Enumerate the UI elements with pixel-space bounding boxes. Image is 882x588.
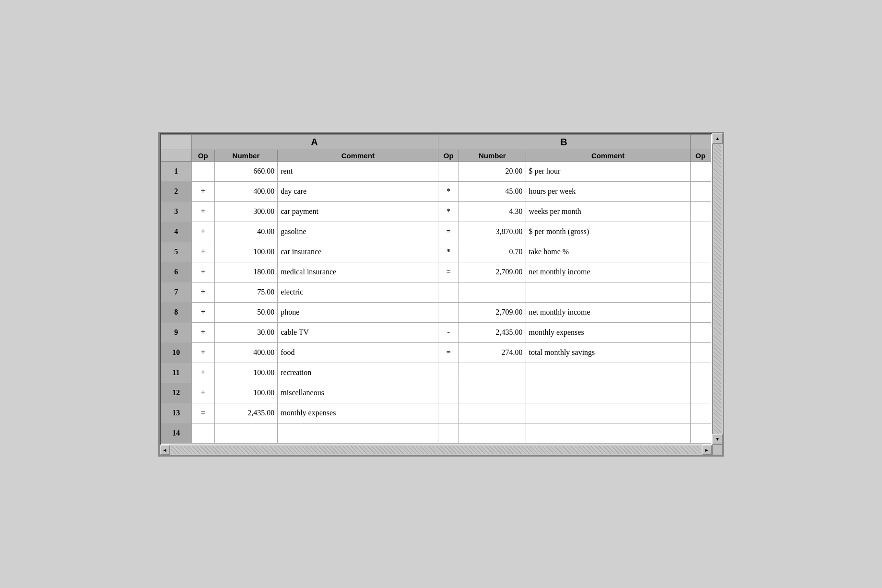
a-op-cell[interactable]: + [191, 363, 214, 383]
b-comment-cell[interactable]: $ per hour [526, 161, 690, 181]
a-comment-cell[interactable]: phone [278, 302, 438, 322]
table-row[interactable]: 7 + 75.00 electric [161, 282, 711, 302]
b-comment-cell[interactable]: hours per week [526, 181, 690, 201]
extra-op-cell[interactable] [690, 423, 711, 443]
b-number-cell[interactable] [459, 383, 526, 403]
a-number-cell[interactable] [214, 423, 278, 443]
extra-op-cell[interactable] [690, 201, 711, 222]
a-op-cell[interactable]: = [191, 403, 214, 423]
table-row[interactable]: 5 + 100.00 car insurance * 0.70 take hom… [161, 242, 711, 262]
a-number-cell[interactable]: 100.00 [214, 242, 278, 262]
a-number-cell[interactable]: 2,435.00 [214, 403, 278, 423]
a-comment-cell[interactable]: gasoline [278, 222, 438, 242]
b-comment-cell[interactable]: monthly expenses [526, 322, 690, 342]
b-number-cell[interactable] [459, 403, 526, 423]
b-op-cell[interactable]: - [438, 322, 459, 342]
a-op-cell[interactable]: + [191, 181, 214, 201]
a-comment-cell[interactable]: car insurance [278, 242, 438, 262]
b-comment-cell[interactable]: $ per month (gross) [526, 222, 690, 242]
extra-op-cell[interactable] [690, 262, 711, 282]
table-row[interactable]: 11 + 100.00 recreation [161, 363, 711, 383]
b-number-cell[interactable] [459, 423, 526, 443]
a-comment-cell[interactable]: miscellaneous [278, 383, 438, 403]
a-comment-cell[interactable]: cable TV [278, 322, 438, 342]
extra-op-cell[interactable] [690, 242, 711, 262]
a-op-cell[interactable]: + [191, 383, 214, 403]
scroll-track-vertical[interactable] [714, 144, 721, 434]
a-comment-cell[interactable]: rent [278, 161, 438, 181]
a-comment-cell[interactable]: car payment [278, 201, 438, 222]
a-comment-cell[interactable]: recreation [278, 363, 438, 383]
extra-op-cell[interactable] [690, 282, 711, 302]
table-row[interactable]: 8 + 50.00 phone 2,709.00 net monthly inc… [161, 302, 711, 322]
a-number-cell[interactable]: 40.00 [214, 222, 278, 242]
a-number-cell[interactable]: 400.00 [214, 342, 278, 363]
a-op-cell[interactable] [191, 161, 214, 181]
table-row[interactable]: 1 660.00 rent 20.00 $ per hour [161, 161, 711, 181]
extra-op-cell[interactable] [690, 363, 711, 383]
a-op-cell[interactable] [191, 423, 214, 443]
a-number-cell[interactable]: 100.00 [214, 383, 278, 403]
a-op-cell[interactable]: + [191, 201, 214, 222]
b-op-cell[interactable] [438, 423, 459, 443]
b-number-cell[interactable]: 45.00 [459, 181, 526, 201]
table-row[interactable]: 4 + 40.00 gasoline = 3,870.00 $ per mont… [161, 222, 711, 242]
a-number-cell[interactable]: 300.00 [214, 201, 278, 222]
a-number-cell[interactable]: 400.00 [214, 181, 278, 201]
a-comment-cell[interactable]: food [278, 342, 438, 363]
b-comment-cell[interactable]: take home % [526, 242, 690, 262]
a-number-cell[interactable]: 660.00 [214, 161, 278, 181]
b-op-cell[interactable] [438, 302, 459, 322]
a-number-cell[interactable]: 75.00 [214, 282, 278, 302]
a-comment-cell[interactable]: monthly expenses [278, 403, 438, 423]
a-comment-cell[interactable]: electric [278, 282, 438, 302]
a-op-cell[interactable]: + [191, 222, 214, 242]
b-number-cell[interactable] [459, 282, 526, 302]
extra-op-cell[interactable] [690, 161, 711, 181]
a-comment-cell[interactable]: medical insurance [278, 262, 438, 282]
b-comment-cell[interactable] [526, 363, 690, 383]
a-number-cell[interactable]: 100.00 [214, 363, 278, 383]
a-op-cell[interactable]: + [191, 322, 214, 342]
table-row[interactable]: 10 + 400.00 food = 274.00 total monthly … [161, 342, 711, 363]
b-op-cell[interactable] [438, 363, 459, 383]
b-number-cell[interactable]: 20.00 [459, 161, 526, 181]
b-op-cell[interactable] [438, 282, 459, 302]
b-number-cell[interactable]: 4.30 [459, 201, 526, 222]
table-row[interactable]: 6 + 180.00 medical insurance = 2,709.00 … [161, 262, 711, 282]
b-number-cell[interactable] [459, 363, 526, 383]
b-comment-cell[interactable] [526, 423, 690, 443]
a-number-cell[interactable]: 30.00 [214, 322, 278, 342]
b-comment-cell[interactable] [526, 383, 690, 403]
b-op-cell[interactable]: * [438, 242, 459, 262]
scroll-up-button[interactable]: ▲ [712, 133, 723, 144]
extra-op-cell[interactable] [690, 342, 711, 363]
b-op-cell[interactable] [438, 161, 459, 181]
a-op-cell[interactable]: + [191, 282, 214, 302]
scroll-left-button[interactable]: ◄ [160, 445, 170, 455]
table-row[interactable]: 12 + 100.00 miscellaneous [161, 383, 711, 403]
a-op-cell[interactable]: + [191, 342, 214, 363]
scroll-down-button[interactable]: ▼ [712, 434, 723, 445]
a-op-cell[interactable]: + [191, 302, 214, 322]
b-comment-cell[interactable]: net monthly income [526, 302, 690, 322]
b-comment-cell[interactable]: net monthly income [526, 262, 690, 282]
b-number-cell[interactable]: 3,870.00 [459, 222, 526, 242]
table-row[interactable]: 13 = 2,435.00 monthly expenses [161, 403, 711, 423]
b-op-cell[interactable]: * [438, 181, 459, 201]
a-comment-cell[interactable]: day care [278, 181, 438, 201]
a-number-cell[interactable]: 50.00 [214, 302, 278, 322]
b-op-cell[interactable] [438, 403, 459, 423]
b-number-cell[interactable]: 2,709.00 [459, 302, 526, 322]
b-number-cell[interactable]: 2,709.00 [459, 262, 526, 282]
extra-op-cell[interactable] [690, 222, 711, 242]
b-comment-cell[interactable] [526, 282, 690, 302]
table-row[interactable]: 2 + 400.00 day care * 45.00 hours per we… [161, 181, 711, 201]
b-comment-cell[interactable]: weeks per month [526, 201, 690, 222]
scroll-right-button[interactable]: ► [702, 445, 712, 455]
extra-op-cell[interactable] [690, 322, 711, 342]
vertical-scrollbar[interactable]: ▲ ▼ [712, 133, 723, 445]
b-comment-cell[interactable]: total monthly savings [526, 342, 690, 363]
horizontal-scrollbar[interactable]: ◄ ► [160, 445, 712, 455]
extra-op-cell[interactable] [690, 403, 711, 423]
